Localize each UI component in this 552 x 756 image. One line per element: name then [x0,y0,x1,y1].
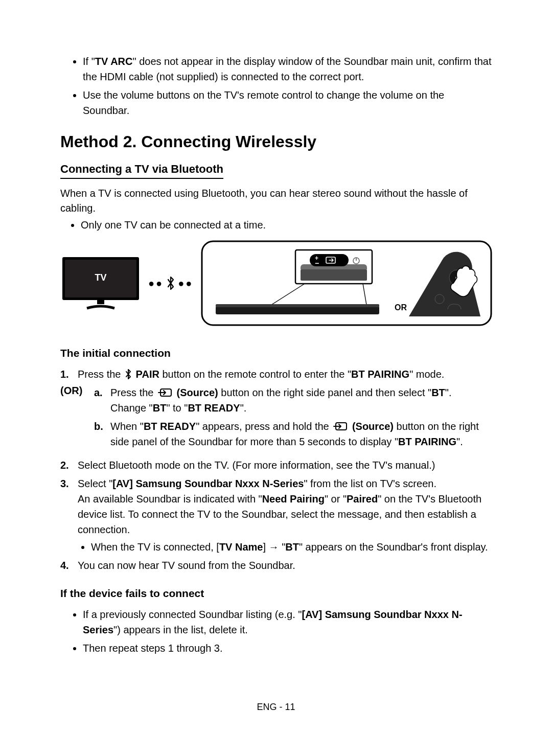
text: " or " [325,493,347,505]
substep-item: a. Press the (Source) button on the righ… [94,385,492,416]
text-bold: BT READY [144,421,196,432]
text: An available Soundbar is indicated with … [78,493,262,505]
steps-list: 1. Press the PAIR button on the remote c… [60,366,492,382]
tv-illustration: TV [60,255,141,311]
text: " to " [166,402,188,414]
source-icon [333,421,348,431]
inner-bullet-list: When the TV is connected, [TV Name] → "B… [78,539,492,555]
text: You can now hear TV sound from the Sound… [78,560,295,571]
svg-rect-14 [216,306,379,314]
text-bold: (Source) [352,421,394,432]
top-note-item: If "TV ARC" does not appear in the displ… [83,54,492,84]
text: If a previously connected Soundbar listi… [83,609,302,620]
substep-item: b. When "BT READY" appears, press and ho… [94,419,492,449]
subsection-heading: Connecting a TV via Bluetooth [60,163,223,179]
text: ". [240,402,247,414]
text-bold: Need Pairing [262,493,325,505]
step-number: 2. [60,457,69,473]
or-label: OR [395,303,407,312]
text: Use the volume buttons on the TV's remot… [83,89,444,116]
step-item: 1. Press the PAIR button on the remote c… [60,366,492,382]
note-list: Only one TV can be connected at a time. [60,218,492,233]
svg-rect-5 [301,269,367,281]
text-bold: TV ARC [95,56,133,67]
substep-letter: a. [94,385,103,400]
text-bold: PAIR [136,369,159,380]
text: ". [456,436,463,447]
manual-page: If "TV ARC" does not appear in the displ… [0,0,552,756]
step-number: 1. [60,366,69,382]
power-icon [353,258,359,264]
text-bold: Paired [347,493,378,505]
step-number: 3. [60,476,69,491]
text: ") appears in the list, delete it. [113,624,248,635]
inner-bullet-item: When the TV is connected, [TV Name] → "B… [91,539,492,555]
section-heading: Method 2. Connecting Wirelessly [60,132,492,151]
intro-text: When a TV is connected using Bluetooth, … [60,186,492,216]
text: " from the list on TV's screen. [304,478,436,489]
fail-list: If a previously connected Soundbar listi… [60,607,492,656]
or-block: (OR) a. Press the (Source) button on the… [60,385,492,452]
text: If " [83,56,95,67]
substep-letter: b. [94,419,103,434]
text: ] → " [263,541,285,553]
text-bold: BT PAIRING [351,369,409,380]
text-bold: TV Name [219,541,263,553]
fail-heading: If the device fails to connect [60,587,492,600]
svg-text:−: − [315,259,319,267]
text: button on the remote control to enter th… [162,369,351,380]
text: Change " [110,402,153,414]
text: Select " [78,478,112,489]
tv-label: TV [95,272,106,283]
svg-rect-2 [97,300,104,304]
top-note-item: Use the volume buttons on the TV's remot… [83,87,492,118]
text: Then repeat steps 1 through 3. [83,643,223,654]
step-item: 4. You can now hear TV sound from the So… [60,558,492,573]
fail-item: If a previously connected Soundbar listi… [83,607,492,637]
text: " mode. [409,369,444,380]
note-item: Only one TV can be connected at a time. [81,218,492,233]
top-note-list: If "TV ARC" does not appear in the displ… [60,54,492,118]
text-bold: BT [431,387,445,398]
text: ". [445,387,452,398]
text-bold: (Source) [177,387,218,398]
connection-diagram: TV ●● ●● [60,240,492,327]
fail-item: Then repeat steps 1 through 3. [83,640,492,656]
step-number: 4. [60,558,69,573]
text-bold: BT PAIRING [398,436,456,447]
initial-connection-heading: The initial connection [60,347,492,359]
text: When the TV is connected, [ [91,541,219,553]
svg-line-13 [363,284,367,308]
step-item: 3. Select "[AV] Samsung Soundbar Nxxx N-… [60,476,492,555]
steps-list-cont: 2. Select Bluetooth mode on the TV. (For… [60,457,492,573]
svg-line-12 [267,284,305,308]
text-bold: BT [285,541,299,553]
page-footer: ENG - 11 [0,702,552,713]
text: Select Bluetooth mode on the TV. (For mo… [78,460,435,471]
svg-rect-15 [216,304,379,307]
substeps: a. Press the (Source) button on the righ… [94,385,492,452]
text: " does not appear in the display window … [83,56,491,82]
text: button on the right side panel and then … [221,387,431,398]
soundbar-illustration: + − [200,240,493,327]
text: " appears, press and hold the [196,421,332,432]
text-bold: [AV] Samsung Soundbar Nxxx N-Series [112,478,304,489]
bluetooth-icon [125,369,132,379]
step-item: 2. Select Bluetooth mode on the TV. (For… [60,457,492,473]
text-bold: BT [153,402,167,414]
text: Press the [110,387,156,398]
text: When " [110,421,144,432]
text-bold: BT READY [188,402,240,414]
source-icon [157,387,173,398]
bluetooth-link-icon: ●● ●● [148,276,193,290]
or-label: (OR) [60,385,85,397]
text: " appears on the Soundbar's front displa… [299,541,488,553]
text: Press the [78,369,124,380]
